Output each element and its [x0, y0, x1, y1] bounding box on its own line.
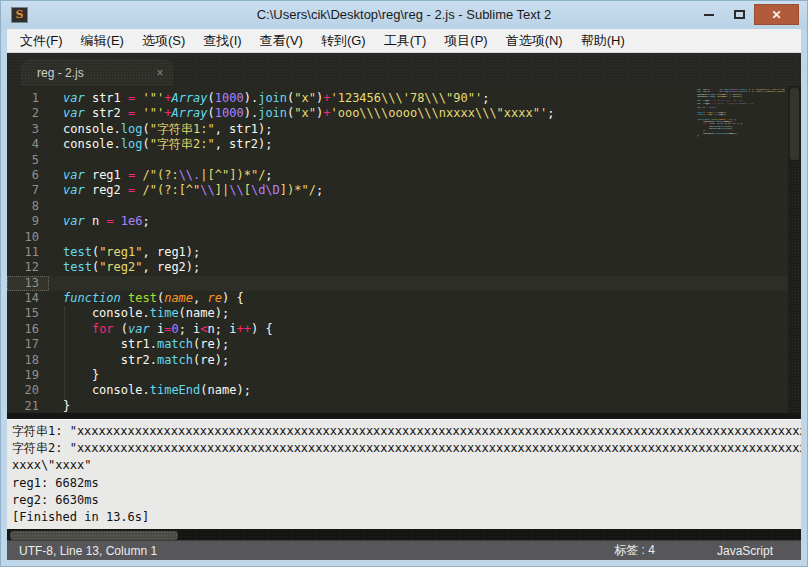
- code-line[interactable]: 7var reg2 = /"(?:[^"\\]|\\[\d\D])*"/;: [7, 183, 801, 198]
- code-line[interactable]: 15 console.time(name);: [7, 306, 801, 321]
- line-number[interactable]: 17: [7, 337, 49, 352]
- code-line[interactable]: 12test("reg2", reg2);: [7, 260, 801, 275]
- menu-item-edit[interactable]: 编辑(E): [72, 29, 133, 52]
- code-line[interactable]: 3console.log("字符串1:", str1);: [7, 122, 801, 137]
- line-number[interactable]: 15: [7, 306, 49, 321]
- line-number[interactable]: 4: [7, 137, 49, 152]
- output-line: xxxx\"xxxx": [12, 457, 801, 474]
- line-number[interactable]: 3: [7, 122, 49, 137]
- minimize-button[interactable]: [694, 4, 724, 25]
- code-line[interactable]: 19 }: [7, 368, 801, 383]
- output-line: [Finished in 13.6s]: [12, 509, 801, 526]
- vertical-scrollbar-thumb[interactable]: [790, 88, 799, 160]
- vertical-scrollbar[interactable]: [788, 86, 801, 413]
- code-text: var str2 = '"'+Array(1000).join("x")+'oo…: [49, 106, 554, 121]
- indent-guide: [64, 307, 65, 399]
- code-text: var reg1 = /"(?:\\.|[^"])*"/;: [49, 168, 273, 183]
- code-line[interactable]: 14function test(name, re) {: [7, 291, 801, 306]
- code-line[interactable]: 5: [7, 153, 801, 168]
- status-syntax[interactable]: JavaScript: [717, 544, 773, 558]
- code-text: }: [49, 368, 99, 383]
- line-number[interactable]: 14: [7, 291, 49, 306]
- code-lines: 1var str1 = '"'+Array(1000).join("x")+'1…: [7, 91, 801, 413]
- code-line[interactable]: 18 str2.match(re);: [7, 353, 801, 368]
- code-text: [49, 230, 63, 245]
- status-bar: UTF-8, Line 13, Column 1 标签 : 4 JavaScri…: [7, 540, 801, 560]
- menu-item-selection[interactable]: 选项(S): [133, 29, 194, 52]
- menu-item-project[interactable]: 项目(P): [435, 29, 496, 52]
- line-number[interactable]: 10: [7, 230, 49, 245]
- code-text: str2.match(re);: [49, 353, 229, 368]
- menu-item-goto[interactable]: 转到(G): [312, 29, 375, 52]
- minimap[interactable]: var str1 = '"'+Array(1000).join("x")+'12…: [697, 89, 785, 141]
- code-text: [49, 199, 63, 214]
- code-text: console.timeEnd(name);: [49, 383, 251, 398]
- close-button[interactable]: ✕: [754, 4, 799, 25]
- line-number[interactable]: 19: [7, 368, 49, 383]
- tab-reg-2-js[interactable]: reg - 2.js ×: [21, 59, 173, 86]
- code-line[interactable]: 1var str1 = '"'+Array(1000).join("x")+'1…: [7, 91, 801, 106]
- line-number[interactable]: 8: [7, 199, 49, 214]
- code-line[interactable]: 21}: [7, 399, 801, 413]
- output-line: 字符串2: "xxxxxxxxxxxxxxxxxxxxxxxxxxxxxxxxx…: [12, 440, 801, 457]
- code-text: test("reg2", reg2);: [49, 260, 200, 275]
- maximize-button[interactable]: [724, 4, 754, 25]
- tab-bar: reg - 2.js ×: [7, 53, 801, 86]
- code-line[interactable]: 20 console.timeEnd(name);: [7, 383, 801, 398]
- code-line[interactable]: 13: [7, 276, 801, 291]
- line-number[interactable]: 5: [7, 153, 49, 168]
- code-line[interactable]: 9var n = 1e6;: [7, 214, 801, 229]
- horizontal-scrollbar-thumb[interactable]: [10, 531, 178, 540]
- status-position: UTF-8, Line 13, Column 1: [7, 544, 614, 558]
- line-number[interactable]: 12: [7, 260, 49, 275]
- code-text: console.log("字符串1:", str1);: [49, 122, 272, 137]
- maximize-icon: [734, 10, 745, 19]
- menu-item-help[interactable]: 帮助(H): [572, 29, 634, 52]
- code-text: var str1 = '"'+Array(1000).join("x")+'12…: [49, 91, 489, 106]
- code-line[interactable]: 17 str1.match(re);: [7, 337, 801, 352]
- window-title: C:\Users\cik\Desktop\reg\reg - 2.js - Su…: [1, 1, 807, 29]
- title-bar[interactable]: S C:\Users\cik\Desktop\reg\reg - 2.js - …: [1, 1, 807, 29]
- line-number[interactable]: 9: [7, 214, 49, 229]
- tab-label: reg - 2.js: [21, 66, 147, 80]
- line-number[interactable]: 7: [7, 183, 49, 198]
- code-text: [49, 276, 63, 291]
- menu-item-preferences[interactable]: 首选项(N): [497, 29, 572, 52]
- code-text: }: [49, 399, 70, 413]
- code-text: for (var i=0; i<n; i++) {: [49, 322, 273, 337]
- line-number[interactable]: 21: [7, 399, 49, 413]
- code-text: var n = 1e6;: [49, 214, 150, 229]
- status-tab-size[interactable]: 标签 : 4: [614, 542, 655, 559]
- code-line[interactable]: 8: [7, 199, 801, 214]
- tab-close-icon[interactable]: ×: [147, 66, 173, 80]
- code-text: [49, 153, 63, 168]
- menu-item-file[interactable]: 文件(F): [11, 29, 72, 52]
- output-line: reg1: 6682ms: [12, 475, 801, 492]
- line-number[interactable]: 16: [7, 322, 49, 337]
- close-icon: ✕: [771, 8, 781, 22]
- code-line[interactable]: 11test("reg1", reg1);: [7, 245, 801, 260]
- code-line[interactable]: 16 for (var i=0; i<n; i++) {: [7, 322, 801, 337]
- build-output-panel: 字符串1: "xxxxxxxxxxxxxxxxxxxxxxxxxxxxxxxxx…: [7, 419, 801, 529]
- code-editor[interactable]: 1var str1 = '"'+Array(1000).join("x")+'1…: [7, 86, 801, 413]
- line-number[interactable]: 18: [7, 353, 49, 368]
- line-number[interactable]: 11: [7, 245, 49, 260]
- code-line[interactable]: 4console.log("字符串2:", str2);: [7, 137, 801, 152]
- line-number[interactable]: 2: [7, 106, 49, 121]
- menu-bar: 文件(F)编辑(E)选项(S)查找(I)查看(V)转到(G)工具(T)项目(P)…: [7, 29, 801, 53]
- code-line[interactable]: 10: [7, 230, 801, 245]
- code-text: console.time(name);: [49, 306, 229, 321]
- menu-item-tools[interactable]: 工具(T): [375, 29, 436, 52]
- code-line[interactable]: 6var reg1 = /"(?:\\.|[^"])*"/;: [7, 168, 801, 183]
- output-line: reg2: 6630ms: [12, 492, 801, 509]
- line-number[interactable]: 1: [7, 91, 49, 106]
- line-number[interactable]: 20: [7, 383, 49, 398]
- code-text: function test(name, re) {: [49, 291, 244, 306]
- menu-item-view[interactable]: 查看(V): [251, 29, 312, 52]
- line-number[interactable]: 6: [7, 168, 49, 183]
- line-number[interactable]: 13: [7, 276, 49, 291]
- code-text: test("reg1", reg1);: [49, 245, 200, 260]
- code-text: str1.match(re);: [49, 337, 229, 352]
- code-line[interactable]: 2var str2 = '"'+Array(1000).join("x")+'o…: [7, 106, 801, 121]
- menu-item-find[interactable]: 查找(I): [194, 29, 250, 52]
